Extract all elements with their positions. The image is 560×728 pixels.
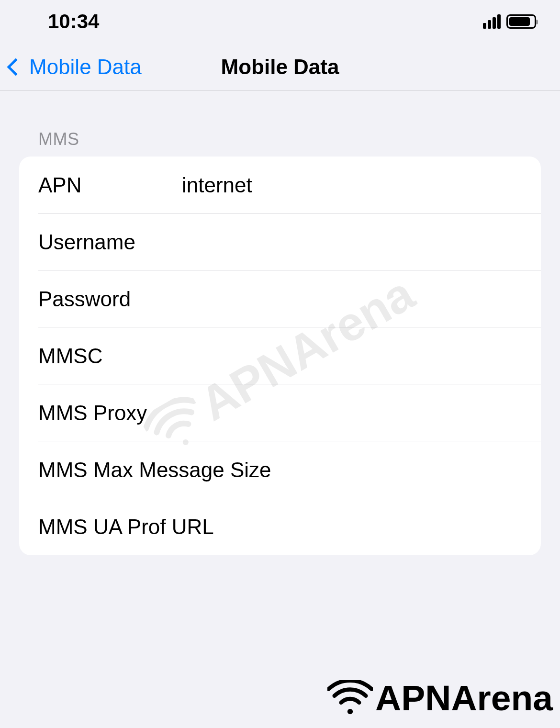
apn-label: APN — [38, 173, 182, 197]
status-time: 10:34 — [48, 10, 99, 33]
chevron-left-icon — [7, 58, 25, 76]
settings-row-mms-proxy[interactable]: MMS Proxy — [19, 384, 541, 441]
mms-proxy-label: MMS Proxy — [38, 401, 182, 425]
mmsc-label: MMSC — [38, 344, 182, 368]
password-label: Password — [38, 287, 182, 311]
brand-logo: APNArena — [327, 677, 553, 718]
settings-row-mmsc[interactable]: MMSC — [19, 327, 541, 384]
settings-row-username[interactable]: Username — [19, 213, 541, 270]
wifi-icon — [327, 680, 373, 716]
status-indicators — [483, 14, 536, 29]
mmsc-input[interactable] — [182, 344, 541, 368]
svg-point-0 — [347, 709, 353, 714]
content-area: MMS APN Username Password MMSC MMS Proxy — [0, 91, 560, 555]
settings-row-password[interactable]: Password — [19, 270, 541, 327]
settings-row-mms-max-size[interactable]: MMS Max Message Size — [19, 441, 541, 498]
settings-row-mms-ua-prof[interactable]: MMS UA Prof URL — [19, 498, 541, 555]
cellular-signal-icon — [483, 14, 501, 29]
navigation-bar: Mobile Data Mobile Data — [0, 43, 560, 91]
settings-group-mms: APN Username Password MMSC MMS Proxy MMS… — [19, 157, 541, 555]
section-header-mms: MMS — [19, 91, 541, 157]
mms-max-size-label: MMS Max Message Size — [38, 458, 541, 482]
mms-proxy-input[interactable] — [182, 401, 541, 425]
mms-ua-prof-label: MMS UA Prof URL — [38, 515, 541, 539]
apn-input[interactable] — [182, 173, 541, 197]
page-title: Mobile Data — [221, 55, 339, 79]
settings-row-apn[interactable]: APN — [19, 157, 541, 213]
battery-icon — [506, 14, 536, 29]
back-button[interactable]: Mobile Data — [0, 55, 142, 79]
username-label: Username — [38, 230, 182, 254]
back-button-label: Mobile Data — [29, 55, 142, 79]
status-bar: 10:34 — [0, 0, 560, 43]
password-input[interactable] — [182, 287, 541, 311]
brand-logo-text: APNArena — [375, 677, 553, 718]
username-input[interactable] — [182, 230, 541, 254]
